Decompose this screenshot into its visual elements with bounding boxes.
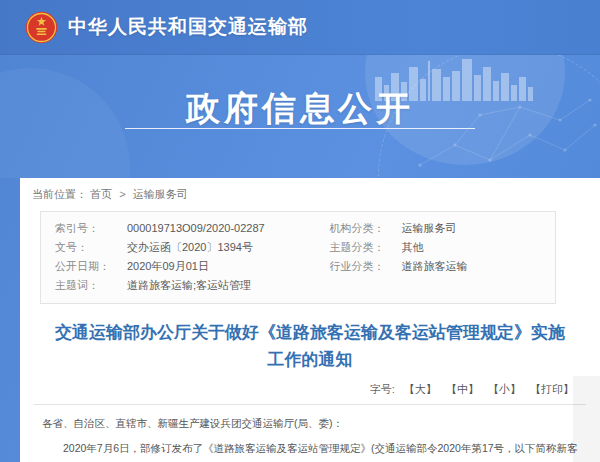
- breadcrumb-separator: >: [119, 188, 125, 200]
- watermark-strip: [573, 376, 600, 462]
- print-button[interactable]: 【打印】: [530, 383, 574, 395]
- meta-row-topic-category: 主题分类： 其他: [329, 240, 545, 254]
- meta-value: 道路旅客运输;客运站管理: [127, 278, 251, 292]
- meta-row-industry-category: 行业分类： 道路旅客运输: [329, 259, 545, 273]
- meta-value: 其他: [401, 240, 423, 254]
- meta-value: 道路旅客运输: [401, 259, 467, 273]
- article-body: 各省、自治区、直辖市、新疆生产建设兵团交通运输厅(局、委)： 2020年7月6日…: [20, 405, 600, 462]
- national-emblem-icon: [25, 11, 58, 44]
- site-header: 中华人民共和国交通运输部: [0, 0, 600, 55]
- intro-paragraph: 2020年7月6日，部修订发布了《道路旅客运输及客运站管理规定》(交通运输部令2…: [42, 439, 578, 462]
- meta-value: 2020年09月01日: [127, 259, 209, 273]
- meta-label: 行业分类：: [329, 259, 401, 273]
- meta-row-doc-number: 文号： 交办运函〔2020〕1394号: [55, 240, 329, 254]
- meta-label: 文号：: [55, 240, 127, 254]
- meta-row-keywords: 主题词： 道路旅客运输;客运站管理: [55, 278, 329, 292]
- article-title: 交通运输部办公厅关于做好《道路旅客运输及客运站管理规定》实施工作的通知: [48, 319, 572, 373]
- metadata-left-column: 索引号： 000019713O09/2020-02287 文号： 交办运函〔20…: [55, 221, 329, 297]
- meta-value: 运输服务司: [401, 221, 456, 235]
- breadcrumb-home-link[interactable]: 首页: [90, 188, 112, 200]
- title-underline: [125, 128, 475, 129]
- font-size-label: 字号:: [370, 383, 395, 395]
- font-size-small-button[interactable]: 【小】: [488, 383, 521, 395]
- page-title: 政府信息公开: [0, 86, 600, 132]
- banner: 政府信息公开: [0, 55, 600, 178]
- font-size-large-button[interactable]: 【大】: [404, 383, 437, 395]
- meta-label: 公开日期：: [55, 259, 127, 273]
- meta-row-publish-date: 公开日期： 2020年09月01日: [55, 259, 329, 273]
- meta-label: 机构分类：: [329, 221, 401, 235]
- meta-value: 000019713O09/2020-02287: [127, 221, 265, 235]
- font-size-controls: 字号: 【大】 【中】 【小】 【打印】: [20, 382, 600, 397]
- meta-row-index-number: 索引号： 000019713O09/2020-02287: [55, 221, 329, 235]
- breadcrumb-prefix: 当前位置：: [32, 188, 87, 200]
- meta-label: 索引号：: [55, 221, 127, 235]
- meta-label: 主题词：: [55, 278, 127, 292]
- breadcrumb: 当前位置： 首页 > 运输服务司: [20, 178, 600, 202]
- meta-row-org-category: 机构分类： 运输服务司: [329, 221, 545, 235]
- font-size-medium-button[interactable]: 【中】: [446, 383, 479, 395]
- meta-label: 主题分类：: [329, 240, 401, 254]
- salutation-line: 各省、自治区、直辖市、新疆生产建设兵团交通运输厅(局、委)：: [42, 414, 578, 434]
- content-panel: 当前位置： 首页 > 运输服务司 索引号： 000019713O09/2020-…: [20, 178, 600, 462]
- meta-value: 交办运函〔2020〕1394号: [127, 240, 253, 254]
- document-metadata-box: 索引号： 000019713O09/2020-02287 文号： 交办运函〔20…: [40, 211, 556, 304]
- metadata-right-column: 机构分类： 运输服务司 主题分类： 其他 行业分类： 道路旅客运输: [329, 221, 545, 297]
- breadcrumb-current-link[interactable]: 运输服务司: [133, 188, 188, 200]
- site-title[interactable]: 中华人民共和国交通运输部: [68, 14, 308, 40]
